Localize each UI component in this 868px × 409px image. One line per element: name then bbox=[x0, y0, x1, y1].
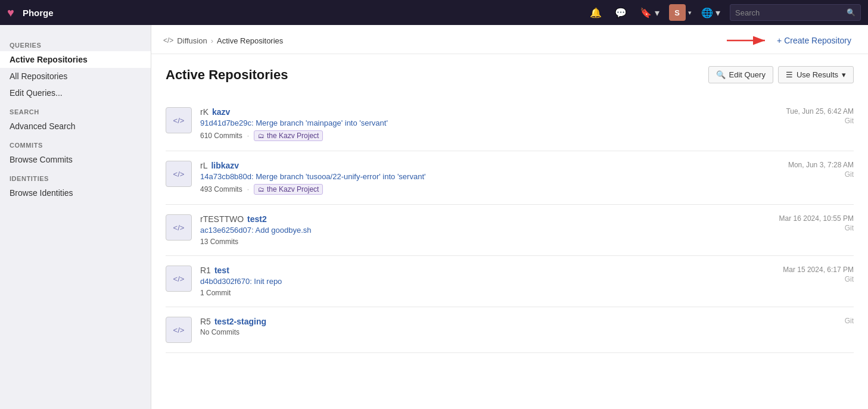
repo-info: rL libkazv 14a73cb8b80d: Merge branch 't… bbox=[200, 161, 750, 195]
messages-button[interactable]: 💬 bbox=[611, 7, 630, 18]
repo-title-row: rK kazv bbox=[200, 107, 750, 117]
avatar-chevron: ▾ bbox=[688, 9, 692, 17]
repo-callsign: rTESTTWO bbox=[200, 214, 244, 224]
repo-date-col: Tue, Jun 25, 6:42 AM Git bbox=[758, 107, 854, 125]
edit-query-button[interactable]: 🔍 Edit Query bbox=[708, 66, 773, 83]
commits-section-label: COMMITS bbox=[0, 135, 151, 151]
repo-callsign: R1 bbox=[200, 266, 211, 275]
repo-date: Mon, Jun 3, 7:28 AM bbox=[758, 161, 854, 169]
repo-vcs: Git bbox=[758, 170, 854, 179]
use-results-label: Use Results bbox=[797, 70, 838, 79]
queries-section-label: QUERIES bbox=[0, 35, 151, 51]
project-tag: 🗂 the Kazv Project bbox=[254, 184, 323, 195]
repo-name[interactable]: test2-staging bbox=[214, 317, 266, 326]
dot-separator: · bbox=[247, 185, 249, 193]
sidebar-item-advanced-search[interactable]: Advanced Search bbox=[0, 118, 151, 135]
repo-commits-count: 493 Commits bbox=[200, 185, 242, 193]
use-results-button[interactable]: ☰ Use Results ▾ bbox=[778, 66, 854, 83]
sidebar: QUERIES Active Repositories All Reposito… bbox=[0, 25, 151, 409]
sidebar-item-active-repos[interactable]: Active Repositories bbox=[0, 51, 151, 68]
repo-icon: </> bbox=[166, 317, 192, 343]
breadcrumb-separator: › bbox=[211, 36, 213, 45]
project-name: the Kazv Project bbox=[267, 132, 319, 140]
repo-item: </> R1 test d4b0d302f670: Init repo 1 Co… bbox=[166, 256, 854, 307]
sidebar-item-browse-identities[interactable]: Browse Identities bbox=[0, 185, 151, 201]
repo-icon: </> bbox=[166, 266, 192, 292]
repo-item: </> R5 test2-staging No Commits Git bbox=[166, 307, 854, 353]
globe-button[interactable]: 🌐 ▾ bbox=[698, 7, 724, 18]
topnav: ♥ Phorge 🔔 💬 🔖 ▾ S ▾ 🌐 ▾ 🔍 bbox=[0, 0, 868, 25]
list-icon: ☰ bbox=[786, 70, 793, 79]
repo-title-row: R1 test bbox=[200, 266, 750, 275]
repo-info: rK kazv 91d41d7be29c: Merge branch 'main… bbox=[200, 107, 750, 141]
repo-date: Mar 16 2024, 10:55 PM bbox=[758, 214, 854, 223]
commit-message[interactable]: 14a73cb8b80d: Merge branch 'tusooa/22-un… bbox=[200, 172, 750, 181]
search-icon: 🔍 bbox=[716, 70, 726, 79]
repo-date-col: Mar 16 2024, 10:55 PM Git bbox=[758, 214, 854, 232]
repo-commits-count: 1 Commit bbox=[200, 289, 231, 297]
search-icon: 🔍 bbox=[847, 8, 855, 17]
repo-vcs: Git bbox=[758, 117, 854, 125]
repo-item: </> rK kazv 91d41d7be29c: Merge branch '… bbox=[166, 98, 854, 151]
sidebar-item-edit-queries[interactable]: Edit Queries... bbox=[0, 85, 151, 101]
repo-date-col: Git bbox=[758, 317, 854, 325]
repo-title-row: rL libkazv bbox=[200, 161, 750, 170]
repo-info: R1 test d4b0d302f670: Init repo 1 Commit bbox=[200, 266, 750, 297]
page-title: Active Repositories bbox=[166, 67, 288, 83]
repo-callsign: rK bbox=[200, 107, 209, 117]
repo-icon: </> bbox=[166, 214, 192, 241]
main-content: </> Diffusion › Active Repositories + Cr… bbox=[151, 25, 868, 409]
repo-callsign: rL bbox=[200, 161, 207, 170]
repo-title-row: rTESTTWO test2 bbox=[200, 214, 750, 224]
search-section-label: SEARCH bbox=[0, 101, 151, 118]
content-area: Active Repositories 🔍 Edit Query ☰ Use R… bbox=[151, 54, 868, 365]
repo-meta: 1 Commit bbox=[200, 289, 750, 297]
bookmarks-button[interactable]: 🔖 ▾ bbox=[636, 7, 662, 18]
repo-item: </> rTESTTWO test2 ac13e6256d07: Add goo… bbox=[166, 205, 854, 256]
project-name: the Kazv Project bbox=[267, 185, 319, 193]
repo-meta: 493 Commits · 🗂 the Kazv Project bbox=[200, 184, 750, 195]
search-input[interactable] bbox=[735, 8, 844, 17]
repo-item: </> rL libkazv 14a73cb8b80d: Merge branc… bbox=[166, 151, 854, 205]
sidebar-item-all-repos[interactable]: All Repositories bbox=[0, 68, 151, 85]
repo-meta: 13 Commits bbox=[200, 238, 750, 246]
edit-query-label: Edit Query bbox=[729, 70, 766, 79]
arrow-annotation bbox=[724, 32, 772, 49]
diffusion-icon: </> bbox=[163, 36, 173, 45]
repo-date-col: Mon, Jun 3, 7:28 AM Git bbox=[758, 161, 854, 179]
breadcrumb-parent[interactable]: Diffusion bbox=[177, 36, 207, 45]
repo-meta: No Commits bbox=[200, 328, 750, 336]
commit-message[interactable]: ac13e6256d07: Add goodbye.sh bbox=[200, 226, 750, 235]
project-icon: 🗂 bbox=[258, 186, 265, 193]
breadcrumb: </> Diffusion › Active Repositories bbox=[163, 36, 283, 45]
dot-separator: · bbox=[247, 132, 249, 140]
notifications-button[interactable]: 🔔 bbox=[586, 7, 605, 18]
repo-vcs: Git bbox=[758, 317, 854, 325]
sidebar-item-browse-commits[interactable]: Browse Commits bbox=[0, 151, 151, 168]
avatar-button[interactable]: S ▾ bbox=[669, 4, 692, 21]
repo-date-col: Mar 15 2024, 6:17 PM Git bbox=[758, 266, 854, 283]
repo-icon: </> bbox=[166, 161, 192, 187]
breadcrumb-bar: </> Diffusion › Active Repositories + Cr… bbox=[151, 25, 868, 54]
repo-name[interactable]: kazv bbox=[212, 107, 230, 117]
commit-message[interactable]: d4b0d302f670: Init repo bbox=[200, 277, 750, 286]
repo-info: rTESTTWO test2 ac13e6256d07: Add goodbye… bbox=[200, 214, 750, 246]
repo-name[interactable]: libkazv bbox=[211, 161, 239, 170]
breadcrumb-current: Active Repositories bbox=[217, 36, 283, 45]
create-repository-button[interactable]: + Create Repository bbox=[772, 33, 856, 48]
repo-date: Mar 15 2024, 6:17 PM bbox=[758, 266, 854, 274]
commit-message[interactable]: 91d41d7be29c: Merge branch 'mainpage' in… bbox=[200, 118, 750, 127]
repo-commits-count: 610 Commits bbox=[200, 132, 242, 140]
repo-icon: </> bbox=[166, 107, 192, 133]
avatar: S bbox=[669, 4, 686, 21]
repo-vcs: Git bbox=[758, 224, 854, 232]
brand-name: Phorge bbox=[23, 8, 54, 18]
repo-callsign: R5 bbox=[200, 317, 211, 326]
repo-vcs: Git bbox=[758, 275, 854, 283]
repo-meta: 610 Commits · 🗂 the Kazv Project bbox=[200, 130, 750, 141]
content-header: Active Repositories 🔍 Edit Query ☰ Use R… bbox=[166, 66, 854, 83]
repo-name[interactable]: test bbox=[214, 266, 229, 275]
repo-name[interactable]: test2 bbox=[247, 214, 267, 224]
logo-icon: ♥ bbox=[7, 6, 14, 20]
chevron-down-icon: ▾ bbox=[842, 70, 846, 79]
